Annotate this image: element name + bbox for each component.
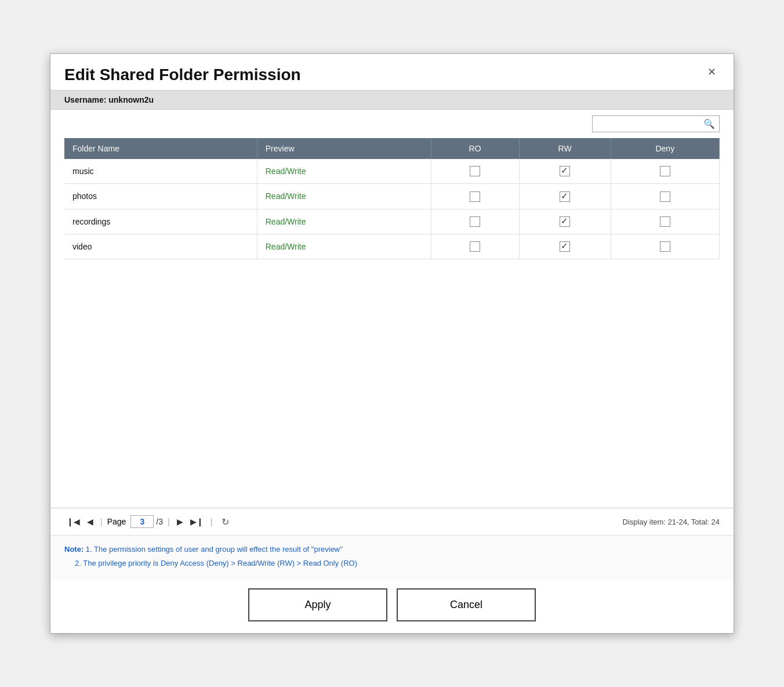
- note-line-2: 2. The privilege priority is Deny Access…: [64, 556, 720, 570]
- rw-checkbox[interactable]: [560, 166, 570, 176]
- ro-checkbox[interactable]: [470, 191, 480, 202]
- col-header-preview: Preview: [257, 138, 431, 159]
- ro-cell[interactable]: [431, 184, 519, 209]
- rw-checkbox[interactable]: [560, 191, 570, 202]
- search-input[interactable]: [593, 117, 700, 131]
- deny-cell[interactable]: [611, 209, 719, 234]
- note-text-2: 2. The privilege priority is Deny Access…: [64, 559, 357, 567]
- edit-permission-dialog: Edit Shared Folder Permission ✕ Username…: [50, 53, 734, 634]
- col-header-ro: RO: [431, 138, 519, 159]
- deny-cell[interactable]: [611, 184, 719, 209]
- folder-permissions-table-wrapper: Folder Name Preview RO RW Deny musicRead…: [50, 138, 734, 259]
- search-icon: 🔍: [703, 119, 715, 129]
- refresh-button[interactable]: ↻: [222, 516, 229, 527]
- username-label: Username: unknown2u: [64, 95, 154, 104]
- table-header: Folder Name Preview RO RW Deny: [64, 138, 720, 159]
- rw-cell[interactable]: [519, 159, 611, 184]
- folder-name-cell: video: [64, 234, 257, 259]
- page-label: Page: [107, 517, 126, 526]
- table-body: musicRead/WritephotosRead/Writerecording…: [64, 159, 720, 259]
- apply-button[interactable]: Apply: [248, 588, 387, 621]
- table-row: recordingsRead/Write: [64, 209, 720, 234]
- deny-checkbox[interactable]: [660, 216, 670, 227]
- preview-cell: Read/Write: [257, 159, 431, 184]
- folder-name-cell: recordings: [64, 209, 257, 234]
- preview-cell: Read/Write: [257, 184, 431, 209]
- search-input-wrapper: 🔍: [592, 115, 720, 132]
- ro-checkbox[interactable]: [470, 216, 480, 227]
- col-header-rw: RW: [519, 138, 611, 159]
- action-buttons: Apply Cancel: [50, 579, 734, 633]
- close-button[interactable]: ✕: [704, 66, 720, 78]
- prev-page-button[interactable]: ◀: [85, 516, 96, 527]
- table-row: musicRead/Write: [64, 159, 720, 184]
- username-bar: Username: unknown2u: [50, 90, 734, 110]
- deny-cell[interactable]: [611, 234, 719, 259]
- search-button[interactable]: 🔍: [700, 116, 718, 132]
- pag-sep-1: |: [100, 517, 103, 526]
- page-input[interactable]: [130, 515, 154, 528]
- table-row: photosRead/Write: [64, 184, 720, 209]
- cancel-button[interactable]: Cancel: [397, 588, 536, 621]
- rw-checkbox[interactable]: [560, 216, 570, 227]
- pag-sep-2: |: [168, 517, 170, 526]
- rw-cell[interactable]: [519, 234, 611, 259]
- last-page-button[interactable]: ▶❙: [188, 516, 206, 527]
- notes-section: Note: 1. The permission settings of user…: [50, 535, 734, 579]
- pagination-controls: ❙◀ ◀ | Page /3 | ▶ ▶❙ | ↻: [64, 515, 229, 528]
- folder-name-cell: photos: [64, 184, 257, 209]
- pag-sep-3: |: [210, 517, 213, 526]
- col-header-deny: Deny: [611, 138, 719, 159]
- dialog-title: Edit Shared Folder Permission: [64, 66, 301, 84]
- display-info: Display item: 21-24, Total: 24: [623, 518, 720, 526]
- search-bar: 🔍: [50, 110, 734, 138]
- note-text-1: 1. The permission settings of user and g…: [86, 545, 343, 554]
- note-label: Note:: [64, 545, 84, 554]
- next-page-button[interactable]: ▶: [175, 516, 186, 527]
- dialog-header: Edit Shared Folder Permission ✕: [50, 54, 734, 90]
- ro-cell[interactable]: [431, 159, 519, 184]
- col-header-folder-name: Folder Name: [64, 138, 257, 159]
- ro-checkbox[interactable]: [470, 166, 480, 176]
- deny-checkbox[interactable]: [660, 191, 670, 202]
- preview-cell: Read/Write: [257, 209, 431, 234]
- deny-checkbox[interactable]: [660, 166, 670, 176]
- ro-checkbox[interactable]: [470, 241, 480, 252]
- rw-checkbox[interactable]: [560, 241, 570, 252]
- ro-cell[interactable]: [431, 234, 519, 259]
- page-total: /3: [156, 517, 163, 526]
- deny-checkbox[interactable]: [660, 241, 670, 252]
- preview-cell: Read/Write: [257, 234, 431, 259]
- folder-permissions-table: Folder Name Preview RO RW Deny musicRead…: [64, 138, 720, 259]
- note-line-1: Note: 1. The permission settings of user…: [64, 543, 720, 556]
- first-page-button[interactable]: ❙◀: [64, 516, 82, 527]
- table-row: videoRead/Write: [64, 234, 720, 259]
- rw-cell[interactable]: [519, 184, 611, 209]
- folder-name-cell: music: [64, 159, 257, 184]
- deny-cell[interactable]: [611, 159, 719, 184]
- rw-cell[interactable]: [519, 209, 611, 234]
- pagination-bar: ❙◀ ◀ | Page /3 | ▶ ▶❙ | ↻ Display item: …: [50, 508, 734, 535]
- ro-cell[interactable]: [431, 209, 519, 234]
